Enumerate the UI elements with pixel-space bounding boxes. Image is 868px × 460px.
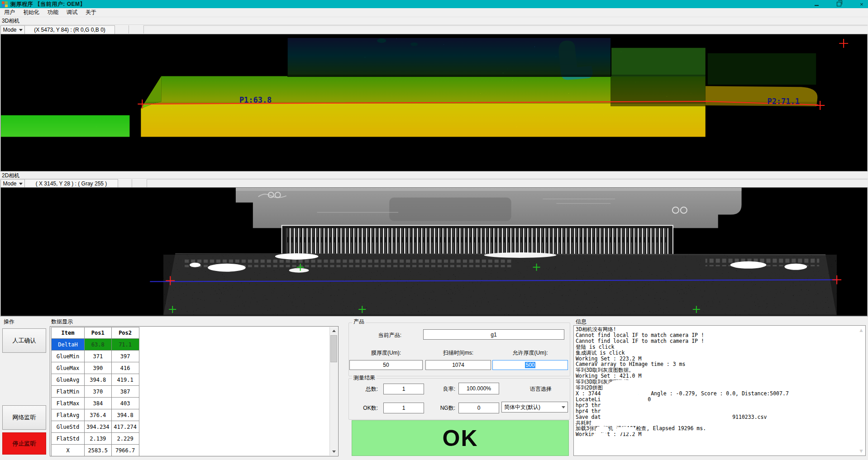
ng-count-field[interactable]: 0 <box>458 403 499 413</box>
manual-confirm-button[interactable]: 人工确认 <box>2 328 46 353</box>
cell-pos1: 394.234 <box>85 421 112 433</box>
table-row[interactable]: GlueMin 371 397 <box>52 351 139 362</box>
pcb-shadow <box>389 198 511 221</box>
scan-time-field[interactable]: 1074 <box>425 360 491 370</box>
table-row-deltah[interactable]: DeltaH 63.8 71.1 <box>52 339 139 351</box>
data-display-label: 数据显示 <box>51 318 73 325</box>
menu-user[interactable]: 用户 <box>0 8 19 17</box>
col-header-item: Item <box>52 327 85 339</box>
camera2d-viewport[interactable] <box>0 187 868 316</box>
table-row[interactable]: FlatMin 370 387 <box>52 386 139 398</box>
log-line: Working Set : 712.2 M <box>576 432 857 437</box>
menu-function[interactable]: 功能 <box>43 8 62 17</box>
cell-pos1: 390 <box>85 362 112 374</box>
cell-pos1: 63.8 <box>85 339 112 351</box>
redaction-blob <box>612 415 727 421</box>
glue-blob <box>208 264 246 272</box>
menu-about[interactable]: 关于 <box>81 8 100 17</box>
data-display-panel: Item Pos1 Pos2 DeltaH 63.8 71.1 GlueMin … <box>50 326 339 456</box>
cell-item: FlatMin <box>52 386 85 398</box>
cell-pos2: 419.1 <box>111 374 139 386</box>
cell-item: GlueMax <box>52 362 85 374</box>
yield-field[interactable]: 100.000% <box>458 383 499 394</box>
log-line: Cannot find local IF to match camera IP … <box>576 338 857 344</box>
cell-pos2: 7966.7 <box>111 445 139 456</box>
bottom-panel: 操作 人工确认 网络监听 停止监听 数据显示 Item Pos1 Pos2 De… <box>0 316 868 460</box>
scan-time-label: 扫描时间ms: <box>425 349 491 356</box>
log-line: Cannot find local IF to match camera IP … <box>576 332 857 338</box>
yield-label: 良率: <box>428 385 455 393</box>
glue-blob <box>784 264 807 270</box>
network-listen-button[interactable]: 网络监听 <box>2 405 46 430</box>
speckle-noise <box>1 115 129 137</box>
menu-bar: 用户 初始化 功能 调试 关于 <box>0 8 868 17</box>
cell-pos2: 417.274 <box>111 421 139 433</box>
table-row[interactable]: GlueAvg 394.8 419.1 <box>52 374 139 386</box>
close-button[interactable]: × <box>858 1 865 7</box>
measurement-table: Item Pos1 Pos2 DeltaH 63.8 71.1 GlueMin … <box>51 327 139 456</box>
scroll-down-button[interactable] <box>330 448 338 455</box>
cell-pos2: 71.1 <box>111 339 139 351</box>
redaction-blob <box>593 433 608 438</box>
statusbar-segment <box>132 179 147 187</box>
cell-pos1: 370 <box>85 386 112 398</box>
info-label: 信息 <box>576 318 587 325</box>
table-scrollbar[interactable] <box>329 327 338 455</box>
cell-pos2: 397 <box>111 351 139 362</box>
ng-count-label: NG数: <box>428 404 455 412</box>
chevron-down-icon <box>562 406 565 408</box>
minimize-button[interactable] <box>813 1 820 7</box>
statusbar-segment <box>147 179 868 188</box>
combo-arrow-area <box>559 402 568 412</box>
mode-label-3d: Mode <box>3 27 16 33</box>
table-row[interactable]: GlueStd 394.234 417.274 <box>52 421 139 433</box>
cell-pos1: 2.139 <box>85 433 112 445</box>
cell-pos2: 2.229 <box>111 433 139 445</box>
chevron-down-icon <box>19 29 23 31</box>
scroll-up-hint-icon[interactable]: ▲ <box>858 327 864 333</box>
window-title: 测厚程序 【当前用户: OEM】 <box>10 0 86 8</box>
menu-debug[interactable]: 调试 <box>62 8 81 17</box>
restore-button[interactable] <box>835 1 843 7</box>
stop-listen-button[interactable]: 停止监听 <box>2 432 46 455</box>
total-field[interactable]: 1 <box>383 384 424 394</box>
table-row[interactable]: FlatAvg 376.4 394.8 <box>52 409 139 421</box>
current-product-label: 当前产品: <box>349 332 401 339</box>
table-row[interactable]: GlueMax 390 416 <box>52 362 139 374</box>
results-label: 测量结果 <box>352 375 377 381</box>
table-row[interactable]: FlatMax 384 403 <box>52 398 139 409</box>
scroll-up-button[interactable] <box>330 327 338 335</box>
redaction-blob <box>616 427 635 432</box>
cell-pos2: 394.8 <box>111 409 139 421</box>
cell-item: GlueMin <box>52 351 85 362</box>
total-label: 总数: <box>350 385 378 393</box>
restore-icon <box>837 2 841 6</box>
table-row[interactable]: FlatStd 2.139 2.229 <box>52 433 139 445</box>
speckle-noise <box>288 38 611 76</box>
mode-bar-3d: Mode (X 5473, Y 84) : (R 0,G 0,B 0) <box>0 24 868 34</box>
statusbar-segment <box>115 25 129 33</box>
language-combobox[interactable]: 简体中文(默认) <box>501 402 568 413</box>
statusbar-segment <box>118 179 132 187</box>
col-header-pos1: Pos1 <box>85 327 112 339</box>
ok-count-field[interactable]: 1 <box>383 403 424 413</box>
table-row[interactable]: X 2583.5 7966.7 <box>52 445 139 456</box>
cell-item: FlatMax <box>52 398 85 409</box>
film-thickness-field[interactable]: 50 <box>349 360 423 370</box>
speckle-noise <box>141 102 818 137</box>
cell-pos1: 2583.5 <box>85 445 112 456</box>
pcb-highlight <box>236 188 742 191</box>
menu-init[interactable]: 初始化 <box>19 8 43 17</box>
language-select-label: 语言选择 <box>516 385 566 393</box>
p2-measure-label: P2:71.1 <box>767 97 799 106</box>
allow-thickness-field[interactable]: 500 <box>492 360 568 370</box>
mode-dropdown-2d[interactable]: Mode <box>0 179 25 188</box>
mode-dropdown-3d[interactable]: Mode <box>0 25 25 34</box>
cell-item: GlueAvg <box>52 374 85 386</box>
col-header-pos2: Pos2 <box>111 327 139 339</box>
scrollbar-thumb[interactable] <box>330 335 337 362</box>
redaction-blob <box>428 330 456 339</box>
scroll-down-hint-icon[interactable]: ▼ <box>858 448 864 454</box>
glare-blob <box>484 252 557 258</box>
camera3d-viewport[interactable]: P1:63.8 P2:71.1 <box>0 34 868 171</box>
